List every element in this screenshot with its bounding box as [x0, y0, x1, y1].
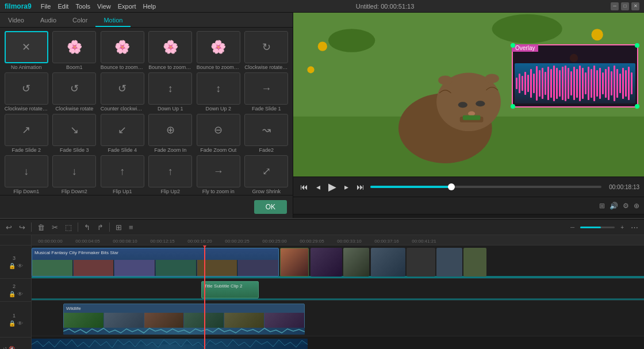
track3-clip4[interactable]: [343, 248, 369, 277]
no-animation-icon: ✕: [22, 41, 30, 53]
right-panel: Overlay: [293, 13, 644, 218]
track3-clip5[interactable]: [371, 248, 405, 277]
track3-clip3[interactable]: [310, 248, 342, 277]
effect-bounce-zoom-in1[interactable]: 🌸 Bounce to zoom in 1: [99, 31, 145, 70]
progress-bar[interactable]: [370, 186, 601, 188]
play-button[interactable]: ▶: [326, 179, 339, 194]
track3-row: Musical Fantasy City Filmmaker Bits Star: [32, 246, 644, 279]
tl-delete[interactable]: 🗑: [36, 222, 46, 233]
svg-rect-31: [553, 66, 555, 101]
forward-button[interactable]: ▸: [342, 181, 351, 193]
skip-forward-button[interactable]: ⏭: [354, 181, 367, 193]
tl-zoom-in[interactable]: +: [619, 223, 625, 232]
effect-fade-slide1[interactable]: → Fade Slide 1: [244, 72, 290, 112]
rewind-button[interactable]: ◂: [314, 181, 323, 193]
effect-fade-slide4[interactable]: ↙ Fade Slide 4: [99, 114, 145, 153]
track3-clip2[interactable]: [280, 248, 309, 277]
effect-no-animation[interactable]: ✕ No Animation: [3, 31, 49, 70]
win-minimize[interactable]: ─: [611, 2, 619, 10]
svg-rect-29: [547, 67, 549, 100]
preview-video: Overlay: [293, 13, 644, 177]
tab-motion[interactable]: Motion: [95, 14, 131, 27]
tl-cut[interactable]: ✂: [51, 222, 59, 233]
skip-back-button[interactable]: ⏮: [298, 181, 310, 193]
tab-video[interactable]: Video: [0, 14, 32, 27]
win-maximize[interactable]: □: [621, 2, 629, 10]
svg-point-10: [438, 75, 452, 85]
audio-wave-svg: [513, 63, 637, 103]
audio1-mute[interactable]: 🔇: [9, 346, 15, 350]
menu-tools[interactable]: Tools: [72, 3, 94, 10]
track3-clip8[interactable]: [463, 248, 486, 277]
effect-label-12: Fade Slide 2: [12, 147, 41, 153]
view-controls: ⊞ 🔊 ⚙ ⊕: [293, 197, 644, 214]
tab-color[interactable]: Color: [64, 14, 95, 27]
effect-cw-rotate1[interactable]: ↻ Clockwise rotate t...: [244, 31, 290, 70]
track1-lock[interactable]: 🔒: [9, 320, 16, 327]
ok-button[interactable]: OK: [254, 200, 287, 214]
track3-lock[interactable]: 🔒: [9, 263, 16, 269]
svg-rect-51: [611, 71, 612, 95]
handle-tl[interactable]: [511, 43, 515, 48]
effect-fade-zoom-in[interactable]: ⊕ Fade Zoom In: [148, 114, 194, 153]
effect-bounce-zoom-in2[interactable]: 🌸 Bounce to zoom in 2: [148, 31, 194, 70]
effect-flip-up1[interactable]: ↑ Flip Up1: [99, 155, 145, 194]
view-settings-icon[interactable]: ⚙: [623, 202, 629, 210]
tl-split[interactable]: ↰: [83, 222, 91, 233]
track3-clip6[interactable]: [407, 248, 435, 277]
handle-bl[interactable]: [511, 104, 515, 109]
menu-edit[interactable]: Edit: [54, 3, 72, 10]
menu-help[interactable]: Help: [140, 3, 160, 10]
effect-fade-slide3[interactable]: ↘ Fade Slide 3: [52, 114, 98, 153]
effect-cw-rotate3[interactable]: ↺ Clockwise rotate: [52, 72, 98, 112]
effect-label-13: Fade Slide 3: [60, 147, 89, 153]
effect-flip-down1[interactable]: ↓ Flip Down1: [3, 155, 49, 194]
view-split-icon[interactable]: ⊞: [599, 202, 605, 210]
effect-flip-up2[interactable]: ↑ Flip Up2: [148, 155, 194, 194]
ruler-mark-9: 00:00:37:16: [368, 239, 405, 244]
effect-label-5: Clockwise rotate t...: [244, 64, 288, 70]
track3-eye[interactable]: 👁: [17, 263, 23, 269]
handle-br[interactable]: [635, 104, 639, 109]
effect-label-16: Fade Zoom Out: [200, 147, 236, 153]
handle-tr[interactable]: [635, 43, 639, 48]
effect-ccw-rotate[interactable]: ↺ Counter clockwise ...: [99, 72, 145, 112]
tl-grid[interactable]: ⊞: [114, 222, 123, 233]
progress-thumb[interactable]: [448, 183, 455, 190]
track1-eye[interactable]: 👁: [17, 320, 23, 327]
effect-fade-zoom-out[interactable]: ⊖ Fade Zoom Out: [195, 114, 241, 153]
effect-fade2[interactable]: ↝ Fade2: [244, 114, 290, 153]
tl-undo[interactable]: ↩: [5, 222, 13, 233]
track3-clip7[interactable]: [436, 248, 462, 277]
tl-list[interactable]: ≡: [128, 222, 135, 233]
effect-down-up2[interactable]: ↕ Down Up 2: [195, 72, 241, 112]
effect-fade-slide2[interactable]: ↗ Fade Slide 2: [3, 114, 49, 153]
svg-rect-36: [568, 68, 569, 99]
effect-boom1[interactable]: 🌸 Boom1: [52, 31, 98, 70]
effect-flip-down2[interactable]: ↓ Flip Down2: [52, 155, 98, 194]
track2-lock[interactable]: 🔒: [9, 291, 16, 297]
tl-redo[interactable]: ↪: [18, 222, 26, 233]
tl-more[interactable]: ⋯: [630, 222, 639, 233]
menu-file[interactable]: File: [37, 3, 55, 10]
zoom-slider[interactable]: [580, 227, 615, 228]
tab-audio[interactable]: Audio: [32, 14, 64, 27]
effect-bounce-zoom-out1[interactable]: 🌸 Bounce to zoom out 1: [195, 31, 241, 70]
menu-export[interactable]: Export: [114, 3, 140, 10]
view-zoom-icon[interactable]: ⊕: [634, 202, 639, 210]
menu-view[interactable]: View: [94, 3, 114, 10]
effect-label-17: Fade2: [259, 147, 274, 153]
tl-join[interactable]: ↱: [96, 222, 105, 233]
win-close[interactable]: ✕: [631, 2, 639, 10]
track2-eye[interactable]: 👁: [17, 291, 23, 297]
view-speaker-icon[interactable]: 🔊: [610, 202, 618, 210]
effect-fly-zoom-in[interactable]: → Fly to zoom in: [195, 155, 241, 194]
effect-cw-rotate2[interactable]: ↺ Clockwise rotate t...: [3, 72, 49, 112]
tl-crop[interactable]: ⬚: [64, 222, 73, 233]
effect-grow-shrink[interactable]: ⤢ Grow Shrink: [244, 155, 290, 194]
track3-main-clip[interactable]: Musical Fantasy City Filmmaker Bits Star: [32, 248, 279, 277]
track2-overlay-clip[interactable]: Title Subtitle Clip 2: [201, 281, 259, 298]
svg-rect-54: [619, 74, 621, 93]
tl-zoom-out[interactable]: ─: [569, 223, 576, 232]
effect-down-up1[interactable]: ↕ Down Up 1: [148, 72, 194, 112]
